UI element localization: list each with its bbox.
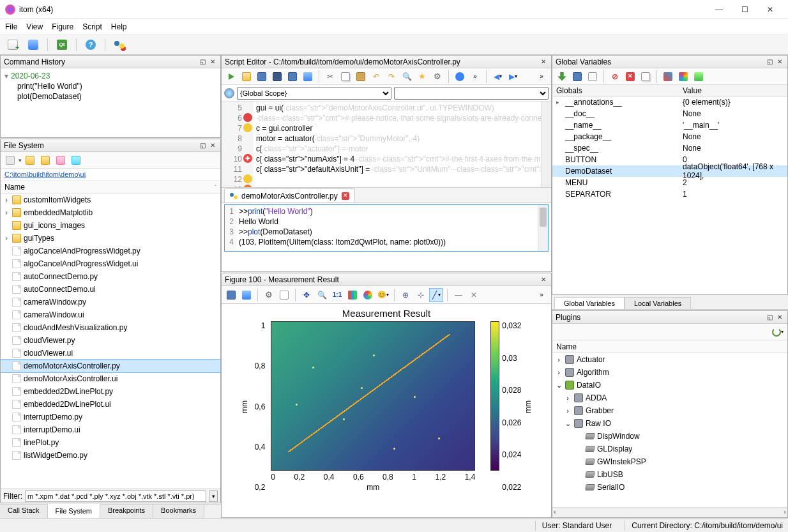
- fs-row[interactable]: › guiTypes: [1, 232, 220, 245]
- paste-button[interactable]: [354, 70, 368, 84]
- fig-crosshair-button[interactable]: ⊕: [398, 288, 413, 302]
- save-as-button[interactable]: [270, 70, 284, 84]
- fig-remove-button[interactable]: —: [451, 288, 466, 302]
- plot-area[interactable]: [271, 321, 475, 471]
- fs-row[interactable]: embedded2DwLinePlot.ui: [1, 398, 220, 411]
- expand-icon[interactable]: ›: [555, 369, 563, 376]
- clear-button[interactable]: ✕: [623, 70, 637, 84]
- editor-tab[interactable]: demoMotorAxisController.py ✕: [224, 188, 355, 202]
- open-button[interactable]: [239, 70, 254, 84]
- plot2d-button[interactable]: [676, 70, 690, 84]
- fs-row[interactable]: embedded2DwLinePlot.py: [1, 385, 220, 398]
- import-button[interactable]: [555, 70, 569, 84]
- expand-icon[interactable]: ›: [564, 394, 572, 402]
- panel-close-button[interactable]: ✕: [539, 275, 548, 284]
- plot1d-button[interactable]: [661, 70, 675, 84]
- fs-row[interactable]: gui_icons_images: [1, 219, 220, 232]
- refresh-plugins-button[interactable]: ▾: [771, 325, 785, 339]
- new-file-button[interactable]: [4, 36, 22, 53]
- plugins-header[interactable]: Name: [556, 342, 577, 351]
- fs-row[interactable]: interruptDemo.py: [1, 411, 220, 423]
- fs-row[interactable]: cloudViewer.py: [1, 334, 220, 347]
- dock-button[interactable]: ◱: [765, 313, 774, 322]
- globals-row[interactable]: DemoDatasetdataObject('float64', [768 x …: [552, 165, 787, 177]
- minimize-button[interactable]: —: [706, 1, 732, 19]
- cut-button[interactable]: ✂: [323, 70, 337, 84]
- home-button[interactable]: [69, 153, 83, 167]
- overflow-button[interactable]: »: [534, 70, 549, 84]
- save-var-button[interactable]: [570, 70, 584, 84]
- panel-close-button[interactable]: ✕: [775, 57, 784, 66]
- save-button[interactable]: [255, 70, 269, 84]
- sort-indicator-icon[interactable]: ˆ: [215, 184, 216, 190]
- expand-icon[interactable]: ›: [3, 234, 10, 243]
- open-folder-button[interactable]: [23, 153, 37, 167]
- globals-header-value[interactable]: Value: [680, 86, 787, 95]
- fig-chart-button[interactable]: [345, 288, 360, 302]
- fs-row[interactable]: interruptDemo.ui: [1, 423, 220, 436]
- menu-file[interactable]: File: [5, 22, 17, 31]
- help-button[interactable]: ?: [82, 36, 100, 53]
- fig-color-button[interactable]: 😊▾: [376, 288, 390, 302]
- fs-row[interactable]: cameraWindow.ui: [1, 308, 220, 321]
- fs-row[interactable]: cameraWindow.py: [1, 296, 220, 308]
- drive-button[interactable]: [3, 153, 17, 167]
- plugin-row[interactable]: › Algorithm: [552, 366, 787, 379]
- expand-icon[interactable]: ›: [3, 195, 10, 204]
- fs-row[interactable]: demoMotorAxisController.ui: [1, 372, 220, 385]
- fs-row[interactable]: listWidgetDemo.py: [1, 449, 220, 462]
- tab-bookmarks[interactable]: Bookmarks: [153, 505, 204, 518]
- plugin-row[interactable]: LibUSB: [552, 468, 787, 481]
- fig-settings-button[interactable]: ⚙: [262, 288, 276, 302]
- globals-row[interactable]: __package__None: [552, 131, 787, 142]
- delete-var-button[interactable]: ⊘: [608, 70, 622, 84]
- plugin-row[interactable]: GLDisplay: [552, 443, 787, 455]
- fig-move-button[interactable]: ✥: [299, 288, 314, 302]
- command-history-line[interactable]: print("Hello World"): [17, 81, 216, 91]
- toolbar-dropdown-icon[interactable]: ▾: [19, 157, 22, 163]
- command-history-line[interactable]: plot(DemoDataset): [17, 91, 216, 102]
- fs-row[interactable]: autoConnectDemo.ui: [1, 283, 220, 296]
- globals-row[interactable]: __doc__None: [552, 108, 787, 119]
- expand-icon[interactable]: [556, 99, 563, 105]
- plot25d-button[interactable]: [692, 70, 706, 84]
- filter-dropdown-button[interactable]: ▾: [209, 490, 218, 502]
- find-button[interactable]: 🔍: [400, 70, 414, 84]
- filter-input[interactable]: [25, 490, 206, 502]
- menu-script[interactable]: Script: [82, 22, 102, 31]
- fs-row[interactable]: cloudViewer.ui: [1, 347, 220, 360]
- expand-icon[interactable]: ⌄: [564, 420, 572, 428]
- expand-icon[interactable]: ›: [555, 356, 563, 363]
- fig-pick-button[interactable]: ⊹: [414, 288, 428, 302]
- editor-vscrollbar[interactable]: [541, 102, 551, 187]
- fs-row[interactable]: autoConnectDemo.py: [1, 270, 220, 283]
- rename-button[interactable]: [586, 70, 600, 84]
- menu-view[interactable]: View: [26, 22, 43, 31]
- qt-designer-button[interactable]: Qt: [53, 36, 71, 53]
- plugins-hscrollbar[interactable]: [552, 507, 787, 517]
- debug-button[interactable]: [453, 70, 467, 84]
- dock-button[interactable]: ◱: [198, 57, 207, 66]
- print-button[interactable]: [24, 36, 42, 53]
- nav-button[interactable]: [54, 153, 68, 167]
- fs-row[interactable]: demoMotorAxisController.py: [1, 360, 220, 372]
- undo-button[interactable]: ↶: [369, 70, 383, 84]
- scope-select[interactable]: {Global Scope}: [237, 87, 391, 100]
- dock-button[interactable]: ◱: [765, 57, 774, 66]
- nav-back-button[interactable]: ◀▾: [490, 70, 504, 84]
- maximize-button[interactable]: ☐: [732, 1, 757, 19]
- plugin-row[interactable]: › Grabber: [552, 404, 787, 417]
- plugin-row[interactable]: › Actuator: [552, 353, 787, 366]
- fig-11-button[interactable]: 1:1: [330, 288, 344, 302]
- panel-close-button[interactable]: ✕: [775, 313, 784, 322]
- panel-close-button[interactable]: ✕: [208, 141, 217, 150]
- globals-header-name[interactable]: Globals: [552, 86, 680, 95]
- tab-global-variables[interactable]: Global Variables: [554, 297, 625, 309]
- python-button[interactable]: [110, 36, 128, 53]
- fs-row[interactable]: › customItomWidgets: [1, 194, 220, 206]
- fig-delete-button[interactable]: ✕: [467, 288, 481, 302]
- command-history-body[interactable]: 2020-06-23 print("Hello World") plot(Dem…: [1, 68, 220, 137]
- panel-close-button[interactable]: ✕: [208, 57, 217, 66]
- save-all-button[interactable]: [285, 70, 299, 84]
- settings-button[interactable]: ⚙: [430, 70, 444, 84]
